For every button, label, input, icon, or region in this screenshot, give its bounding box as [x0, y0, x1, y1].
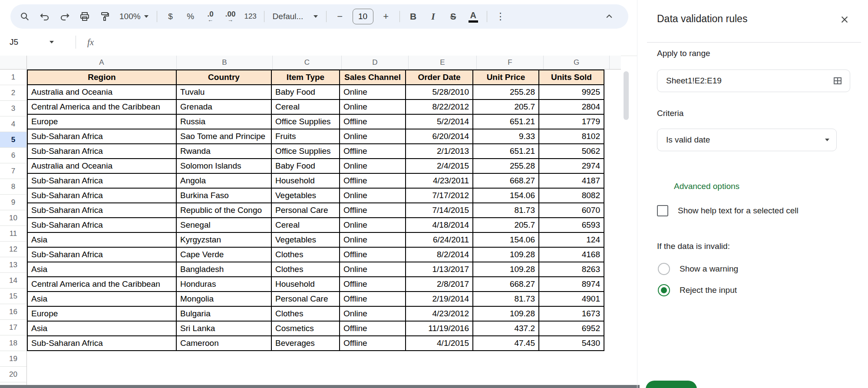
cell[interactable]: 6/20/2014 — [406, 129, 473, 144]
column-header-A[interactable]: A — [27, 56, 177, 69]
cell[interactable]: Sub-Saharan Africa — [27, 218, 176, 232]
cell[interactable]: 4187 — [539, 173, 604, 188]
decrease-decimal-button[interactable]: .0 ← — [202, 8, 219, 25]
column-header-B[interactable]: B — [177, 56, 273, 69]
cell[interactable]: 8263 — [539, 262, 604, 277]
column-header-F[interactable]: F — [477, 56, 544, 69]
row-header-1[interactable]: 1 — [0, 70, 26, 85]
print-icon[interactable] — [76, 8, 93, 25]
row-header-16[interactable]: 16 — [0, 304, 26, 320]
show-help-text-checkbox[interactable] — [657, 205, 668, 216]
row-header-3[interactable]: 3 — [0, 101, 26, 116]
cell[interactable]: 4/23/2012 — [406, 306, 473, 321]
cell[interactable]: Offline — [340, 321, 406, 336]
row-header-7[interactable]: 7 — [0, 163, 26, 179]
cell[interactable]: 668.27 — [473, 277, 539, 292]
cell[interactable]: Sri Lanka — [176, 321, 271, 336]
cell[interactable]: 8974 — [539, 277, 604, 292]
cell[interactable]: Australia and Oceania — [27, 159, 176, 173]
cell[interactable]: 154.06 — [473, 232, 539, 247]
cell[interactable]: Sub-Saharan Africa — [27, 129, 176, 144]
cell[interactable]: Vegetables — [271, 232, 340, 247]
column-header-C[interactable]: C — [273, 56, 342, 69]
cell[interactable]: 9.33 — [473, 129, 539, 144]
cell[interactable]: Offline — [340, 336, 406, 351]
cell[interactable]: Cereal — [271, 218, 340, 232]
cell[interactable]: Rwanda — [176, 144, 271, 159]
increase-decimal-button[interactable]: .00 → — [222, 8, 239, 25]
cell[interactable]: Cosmetics — [271, 321, 340, 336]
cell[interactable]: 2/4/2015 — [406, 159, 473, 173]
cell[interactable]: Personal Care — [271, 203, 340, 218]
done-button-partial[interactable] — [646, 381, 697, 388]
cell[interactable]: 109.28 — [473, 262, 539, 277]
row-header-20[interactable]: 20 — [0, 367, 26, 382]
increase-font-size-button[interactable]: + — [377, 8, 395, 25]
cell[interactable]: Beverages — [271, 336, 340, 351]
cell[interactable]: Central America and the Caribbean — [27, 277, 176, 292]
cell[interactable]: Solomon Islands — [176, 159, 271, 173]
cell[interactable]: 8082 — [539, 188, 604, 203]
cell[interactable]: Cameroon — [176, 336, 271, 351]
cell[interactable]: 81.73 — [473, 292, 539, 306]
cell[interactable]: Baby Food — [271, 85, 340, 99]
cell[interactable]: 8/2/2014 — [406, 247, 473, 262]
hide-menus-button[interactable] — [601, 8, 618, 25]
select-range-icon[interactable] — [832, 76, 843, 86]
cell[interactable]: Kyrgyzstan — [176, 232, 271, 247]
cell[interactable]: 6593 — [539, 218, 604, 232]
cell[interactable]: Online — [340, 262, 406, 277]
cell[interactable]: Offline — [340, 277, 406, 292]
cell[interactable]: Angola — [176, 173, 271, 188]
cell[interactable]: 9925 — [539, 85, 604, 99]
cell[interactable]: 109.28 — [473, 247, 539, 262]
cell[interactable]: Cereal — [271, 99, 340, 114]
horizontal-scrollbar[interactable] — [0, 385, 640, 388]
cell[interactable]: 47.45 — [473, 336, 539, 351]
cell[interactable]: Clothes — [271, 247, 340, 262]
advanced-options-link[interactable]: Advanced options — [674, 182, 739, 191]
cell[interactable]: Personal Care — [271, 292, 340, 306]
cell[interactable]: 11/19/2016 — [406, 321, 473, 336]
cell[interactable]: 4901 — [539, 292, 604, 306]
cell[interactable]: 109.28 — [473, 306, 539, 321]
cell[interactable]: Offline — [340, 144, 406, 159]
font-size-input[interactable]: 10 — [353, 9, 373, 24]
cell[interactable]: 255.28 — [473, 159, 539, 173]
column-header-D[interactable]: D — [342, 56, 409, 69]
close-panel-button[interactable] — [838, 13, 851, 26]
cell[interactable]: 1673 — [539, 306, 604, 321]
cell[interactable]: Sub-Saharan Africa — [27, 188, 176, 203]
cell[interactable]: Online — [340, 232, 406, 247]
cell[interactable]: 2974 — [539, 159, 604, 173]
cell[interactable]: Senegal — [176, 218, 271, 232]
cell[interactable]: Tuvalu — [176, 85, 271, 99]
cell[interactable]: Sub-Saharan Africa — [27, 336, 176, 351]
header-cell[interactable]: Country — [176, 70, 271, 85]
row-header-4[interactable]: 4 — [0, 116, 26, 132]
cell[interactable]: Online — [340, 99, 406, 114]
cell[interactable]: Burkina Faso — [176, 188, 271, 203]
cell[interactable]: Offline — [340, 173, 406, 188]
name-box[interactable]: J5 — [10, 37, 65, 47]
cell[interactable]: 4/18/2014 — [406, 218, 473, 232]
reject-input-radio[interactable] — [658, 284, 670, 296]
cell[interactable]: Clothes — [271, 262, 340, 277]
vertical-scrollbar[interactable] — [624, 71, 629, 120]
cell[interactable]: 6952 — [539, 321, 604, 336]
cell[interactable]: Online — [340, 159, 406, 173]
cell[interactable]: 5430 — [539, 336, 604, 351]
cell[interactable]: Bangladesh — [176, 262, 271, 277]
cell[interactable]: Office Supplies — [271, 114, 340, 129]
cell[interactable]: Asia — [27, 292, 176, 306]
strikethrough-button[interactable]: S — [445, 8, 462, 25]
cell[interactable]: Online — [340, 129, 406, 144]
cell[interactable]: Central America and the Caribbean — [27, 99, 176, 114]
header-cell[interactable]: Region — [27, 70, 176, 85]
column-header-G[interactable]: G — [544, 56, 610, 69]
cell[interactable]: Sub-Saharan Africa — [27, 173, 176, 188]
cell[interactable]: Online — [340, 188, 406, 203]
cell[interactable]: 205.7 — [473, 218, 539, 232]
cell[interactable]: Offline — [340, 203, 406, 218]
cell[interactable]: 2804 — [539, 99, 604, 114]
